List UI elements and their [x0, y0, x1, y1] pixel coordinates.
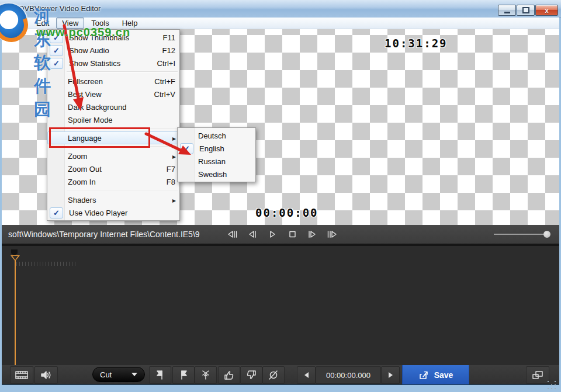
speaker-icon — [40, 370, 53, 380]
save-label: Save — [434, 370, 453, 380]
menu-item-deutsch[interactable]: Deutsch — [178, 129, 255, 142]
view-menu-popup: Show Thumbnails F11 Show Audio F12 Show … — [47, 29, 180, 221]
menu-item-dark-background[interactable]: Dark Background — [47, 100, 179, 113]
menu-item-russian[interactable]: Russian — [178, 155, 255, 168]
stop-button[interactable] — [285, 227, 300, 241]
menu-separator — [67, 70, 179, 75]
menu-item-show-statistics[interactable]: Show Statistics Ctrl+I — [47, 57, 179, 70]
osd-clock: 10:31:29 — [385, 37, 448, 50]
filmstrip-button[interactable] — [10, 366, 33, 384]
menu-separator — [67, 188, 179, 193]
save-button[interactable]: Save — [402, 365, 469, 384]
checkmark-icon — [50, 32, 63, 43]
play-button[interactable] — [265, 227, 280, 241]
step-forward-button[interactable] — [324, 227, 340, 241]
menu-tools[interactable]: Tools — [85, 18, 115, 29]
frame-back-icon — [247, 230, 258, 238]
menu-item-zoom-in[interactable]: Zoom In F8 — [47, 175, 179, 188]
submenu-arrow-icon — [172, 152, 176, 161]
app-icon — [5, 5, 15, 15]
app-window: DVBViewer Video Editor x File Edit View … — [0, 0, 561, 392]
checkmark-icon — [50, 195, 62, 205]
step-forward-icon — [326, 230, 338, 238]
next-icon — [389, 372, 393, 378]
osd-position-time: 00:00:00 — [255, 206, 318, 219]
cut-at-position-button[interactable] — [195, 366, 217, 384]
close-button[interactable]: x — [535, 5, 558, 16]
menu-item-spoiler-mode[interactable]: Spoiler Mode — [47, 113, 179, 126]
menu-item-fullscreen[interactable]: Fullscreen Ctrl+F — [47, 75, 179, 88]
checkmark-icon — [50, 207, 63, 218]
bottom-toolbar: Cut — [2, 365, 559, 385]
menu-item-shaders[interactable]: Shaders — [47, 193, 179, 206]
checkmark-icon — [50, 115, 62, 125]
maximize-button[interactable] — [517, 5, 535, 16]
detach-window-button[interactable] — [526, 366, 549, 384]
audio-button[interactable] — [34, 366, 58, 384]
minimize-button[interactable] — [498, 5, 516, 16]
maximize-icon — [522, 7, 529, 13]
menu-item-english[interactable]: English — [178, 142, 255, 155]
menu-edit[interactable]: Edit — [30, 18, 55, 29]
checkmark-icon — [50, 164, 62, 174]
marker-in-button[interactable] — [149, 366, 171, 384]
cut-marker-icon — [200, 370, 212, 380]
stop-icon — [288, 230, 296, 238]
menu-view[interactable]: View — [56, 18, 84, 29]
submenu-arrow-icon — [172, 196, 176, 204]
window-title: DVBViewer Video Editor — [19, 4, 101, 13]
frame-forward-button[interactable] — [304, 227, 320, 241]
menu-item-show-audio[interactable]: Show Audio F12 — [47, 44, 179, 57]
menu-help[interactable]: Help — [116, 18, 144, 29]
cut-mode-dropdown[interactable]: Cut — [92, 367, 145, 382]
transport-bar: soft\Windows\Temporary Internet Files\Co… — [2, 225, 559, 244]
position-slider[interactable] — [494, 234, 550, 235]
checkmark-icon — [180, 169, 192, 179]
resize-grip[interactable] — [548, 381, 557, 390]
frame-back-button[interactable] — [245, 227, 260, 241]
filmstrip-icon — [15, 370, 29, 380]
minimize-icon — [504, 12, 510, 13]
discard-section-button[interactable] — [240, 366, 262, 384]
checkmark-icon — [180, 157, 192, 166]
position-slider-handle[interactable] — [543, 231, 550, 238]
chevron-down-icon — [131, 373, 137, 376]
transport-buttons — [225, 227, 340, 241]
prev-cut-button[interactable] — [297, 366, 316, 384]
marker-out-icon — [178, 370, 189, 380]
thumbs-up-icon — [223, 370, 235, 380]
timeline-area[interactable] — [2, 244, 559, 365]
hide-cuts-button[interactable] — [262, 366, 285, 384]
file-path-text: soft\Windows\Temporary Internet Files\Co… — [8, 225, 200, 244]
save-export-icon — [418, 370, 429, 380]
language-submenu-popup: Deutsch English Russian Swedish — [177, 127, 256, 182]
detach-window-icon — [531, 370, 544, 380]
hide-cuts-icon — [268, 370, 279, 380]
menu-item-zoom[interactable]: Zoom — [47, 150, 179, 162]
play-icon — [268, 230, 276, 238]
submenu-arrow-icon — [172, 134, 176, 143]
position-time-display: 00:00:00.000 — [316, 366, 381, 384]
menu-item-best-view[interactable]: Best View Ctrl+V — [47, 88, 179, 100]
next-cut-button[interactable] — [381, 366, 400, 384]
checkmark-icon — [50, 58, 63, 69]
cut-mode-value: Cut — [100, 370, 112, 379]
menu-item-use-video-player[interactable]: Use Video Player — [47, 206, 179, 219]
checkmark-icon — [180, 143, 193, 154]
playhead-line — [15, 261, 16, 366]
step-back-button[interactable] — [225, 227, 240, 241]
menu-file[interactable]: File — [5, 18, 29, 29]
checkmark-icon — [50, 151, 62, 161]
checkmark-icon — [50, 102, 62, 112]
annotation-highlight-box — [49, 127, 150, 148]
menu-item-zoom-out[interactable]: Zoom Out F7 — [47, 162, 179, 175]
thumbs-down-icon — [245, 370, 257, 380]
title-bar: DVBViewer Video Editor x — [0, 0, 561, 18]
checkmark-icon — [50, 77, 62, 86]
keep-section-button[interactable] — [218, 366, 240, 384]
menu-item-show-thumbnails[interactable]: Show Thumbnails F11 — [47, 31, 179, 44]
prev-icon — [304, 372, 309, 378]
marker-out-button[interactable] — [172, 366, 195, 384]
menu-item-swedish[interactable]: Swedish — [178, 168, 255, 181]
checkmark-icon — [50, 45, 63, 56]
